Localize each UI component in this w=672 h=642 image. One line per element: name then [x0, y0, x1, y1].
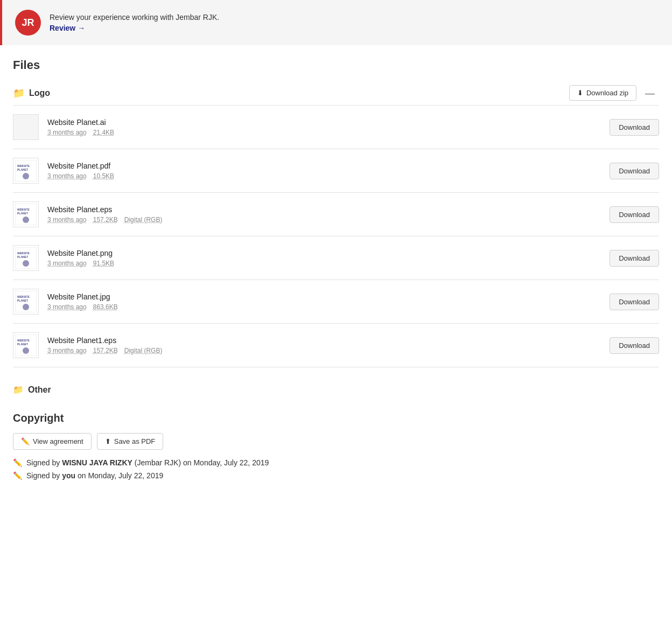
- file-info: Website Planet.jpg 3 months ago 863.6KB: [47, 292, 601, 311]
- download-zip-label: Download zip: [586, 89, 628, 97]
- svg-point-19: [23, 347, 29, 354]
- file-info: Website Planet.eps 3 months ago 157.2KB …: [47, 205, 601, 224]
- svg-text:WEBSITE: WEBSITE: [17, 252, 30, 255]
- file-age: 3 months ago: [47, 260, 87, 267]
- view-agreement-label: View agreement: [33, 437, 83, 445]
- section-title: 📁 Logo: [13, 87, 50, 99]
- other-section: 📁 Other: [13, 385, 659, 395]
- file-age: 3 months ago: [47, 303, 87, 311]
- folder-icon-other: 📁: [13, 385, 24, 395]
- file-colormode: Digital (RGB): [124, 216, 163, 224]
- file-thumbnail: WEBSITE PLANET: [13, 158, 39, 184]
- svg-text:PLANET: PLANET: [17, 299, 28, 302]
- save-pdf-button[interactable]: ⬆ Save as PDF: [97, 433, 164, 450]
- copyright-actions: ✏️ View agreement ⬆ Save as PDF: [13, 433, 659, 450]
- view-agreement-icon: ✏️: [21, 437, 30, 445]
- file-name: Website Planet.eps: [47, 205, 601, 214]
- review-banner: JR Review your experience working with J…: [0, 0, 672, 45]
- file-size: 10.5KB: [93, 172, 114, 180]
- other-section-header: 📁 Other: [13, 385, 659, 395]
- file-name: Website Planet.jpg: [47, 292, 601, 301]
- download-button[interactable]: Download: [610, 294, 659, 310]
- file-name: Website Planet1.eps: [47, 336, 601, 345]
- download-button[interactable]: Download: [610, 163, 659, 179]
- table-row: Website Planet.ai 3 months ago 21.4KB Do…: [13, 106, 659, 149]
- file-colormode: Digital (RGB): [124, 347, 163, 354]
- download-zip-icon: ⬇: [577, 89, 583, 97]
- table-row: WEBSITE PLANET Website Planet.eps 3 mont…: [13, 193, 659, 236]
- file-thumbnail: WEBSITE PLANET: [13, 245, 39, 271]
- other-section-title: Other: [28, 385, 51, 395]
- review-description: Review your experience working with Jemb…: [50, 13, 219, 22]
- table-row: WEBSITE PLANET Website Planet.jpg 3 mont…: [13, 280, 659, 324]
- file-list: Website Planet.ai 3 months ago 21.4KB Do…: [13, 105, 659, 367]
- download-button[interactable]: Download: [610, 119, 659, 136]
- file-meta: 3 months ago 863.6KB: [47, 303, 601, 311]
- download-button[interactable]: Download: [610, 337, 659, 354]
- file-info: Website Planet1.eps 3 months ago 157.2KB…: [47, 336, 601, 354]
- file-info: Website Planet.pdf 3 months ago 10.5KB: [47, 162, 601, 180]
- page-title: Files: [13, 58, 659, 72]
- file-name: Website Planet.pdf: [47, 162, 601, 170]
- section-title-label: Logo: [29, 88, 50, 98]
- save-pdf-icon: ⬆: [105, 437, 111, 445]
- save-pdf-label: Save as PDF: [114, 437, 156, 445]
- download-button[interactable]: Download: [610, 250, 659, 267]
- table-row: WEBSITE PLANET Website Planet.pdf 3 mont…: [13, 149, 659, 193]
- svg-text:PLANET: PLANET: [17, 212, 28, 215]
- file-size: 21.4KB: [93, 129, 114, 136]
- signer-name-1: WISNU JAYA RIZKY: [62, 458, 132, 467]
- avatar: JR: [15, 10, 41, 36]
- file-meta: 3 months ago 157.2KB Digital (RGB): [47, 216, 601, 224]
- file-meta: 3 months ago 21.4KB: [47, 129, 601, 136]
- file-thumbnail: WEBSITE PLANET: [13, 201, 39, 227]
- svg-text:WEBSITE: WEBSITE: [17, 339, 30, 342]
- svg-point-3: [23, 173, 29, 179]
- file-meta: 3 months ago 10.5KB: [47, 172, 601, 180]
- file-info: Website Planet.png 3 months ago 91.5KB: [47, 249, 601, 267]
- section-header: 📁 Logo ⬇ Download zip —: [13, 85, 659, 101]
- copyright-title: Copyright: [13, 412, 659, 424]
- download-zip-button[interactable]: ⬇ Download zip: [569, 85, 636, 101]
- svg-point-11: [23, 260, 29, 267]
- svg-text:PLANET: PLANET: [17, 168, 28, 171]
- main-content: Files 📁 Logo ⬇ Download zip —: [0, 45, 672, 497]
- svg-text:WEBSITE: WEBSITE: [17, 164, 30, 168]
- file-info: Website Planet.ai 3 months ago 21.4KB: [47, 118, 601, 136]
- svg-text:PLANET: PLANET: [17, 343, 28, 346]
- collapse-button[interactable]: —: [641, 86, 659, 100]
- svg-text:WEBSITE: WEBSITE: [17, 208, 30, 211]
- signature-row-2: ✏️ Signed by you on Monday, July 22, 201…: [13, 471, 659, 480]
- file-name: Website Planet.ai: [47, 118, 601, 127]
- signature-row-1: ✏️ Signed by WISNU JAYA RIZKY (Jembar RJ…: [13, 458, 659, 467]
- file-thumbnail: [13, 114, 39, 140]
- review-link[interactable]: Review →: [50, 24, 219, 32]
- copyright-section: Copyright ✏️ View agreement ⬆ Save as PD…: [13, 412, 659, 480]
- signature-icon-1: ✏️: [13, 458, 22, 467]
- file-meta: 3 months ago 91.5KB: [47, 260, 601, 267]
- file-size: 157.2KB: [93, 347, 118, 354]
- file-meta: 3 months ago 157.2KB Digital (RGB): [47, 347, 601, 354]
- svg-point-15: [23, 304, 29, 310]
- file-age: 3 months ago: [47, 172, 87, 180]
- view-agreement-button[interactable]: ✏️ View agreement: [13, 433, 92, 450]
- svg-text:PLANET: PLANET: [17, 255, 28, 259]
- file-thumbnail: WEBSITE PLANET: [13, 332, 39, 358]
- logo-section: 📁 Logo ⬇ Download zip — Website Planet.a…: [13, 85, 659, 367]
- file-size: 157.2KB: [93, 216, 118, 224]
- review-text: Review your experience working with Jemb…: [50, 13, 219, 32]
- svg-point-7: [23, 217, 29, 223]
- signer-name-2: you: [62, 471, 75, 480]
- signature-icon-2: ✏️: [13, 471, 22, 480]
- svg-text:WEBSITE: WEBSITE: [17, 295, 30, 298]
- file-age: 3 months ago: [47, 129, 87, 136]
- file-size: 863.6KB: [93, 303, 118, 311]
- folder-icon: 📁: [13, 87, 25, 99]
- file-age: 3 months ago: [47, 216, 87, 224]
- file-thumbnail: WEBSITE PLANET: [13, 289, 39, 315]
- table-row: WEBSITE PLANET Website Planet1.eps 3 mon…: [13, 324, 659, 367]
- file-age: 3 months ago: [47, 347, 87, 354]
- download-button[interactable]: Download: [610, 206, 659, 223]
- table-row: WEBSITE PLANET Website Planet.png 3 mont…: [13, 236, 659, 280]
- file-name: Website Planet.png: [47, 249, 601, 257]
